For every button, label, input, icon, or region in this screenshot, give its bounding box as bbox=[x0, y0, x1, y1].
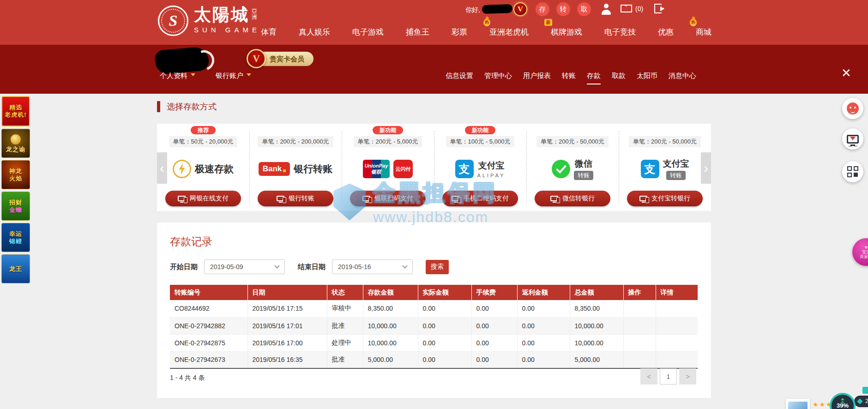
method-pay-button[interactable]: 微信转银行 bbox=[535, 191, 610, 206]
search-button[interactable]: 搜索 bbox=[426, 260, 449, 274]
close-icon[interactable]: ✕ bbox=[841, 67, 851, 79]
table-row: CO82446922019/05/16 17:15审核中8,350.000.00… bbox=[170, 300, 698, 317]
method-limit: 单笔：200元 - 50,000元 bbox=[629, 136, 701, 147]
sidebar-game-banner[interactable]: 幸运锦鲤 bbox=[1, 223, 30, 252]
table-cell: ONE-0-27942882 bbox=[170, 317, 247, 334]
page-prev-button[interactable]: < bbox=[640, 368, 657, 385]
deposit-records-table: 转账编号日期状态存款金额实际金额手续费返利金额总金额操作详情 CO8244692… bbox=[170, 285, 698, 369]
deposit-method-card[interactable]: 新功能 单笔：100元 - 5,000元 支支付宝ALIPAY 手机二维码支付 bbox=[434, 124, 526, 211]
quick-action-button[interactable]: 取 bbox=[577, 2, 591, 16]
method-pay-button[interactable]: 网银在线支付 bbox=[165, 191, 241, 206]
method-pay-label: 网银在线支付 bbox=[190, 194, 229, 203]
lightning-icon bbox=[173, 160, 191, 178]
vip-badge-icon[interactable]: V bbox=[513, 2, 527, 16]
qr-code-button[interactable] bbox=[842, 161, 863, 182]
start-date-select[interactable]: 2019-05-09 bbox=[204, 259, 285, 274]
sidebar-game-banner[interactable]: 招财金蟾 bbox=[1, 192, 30, 221]
deposit-method-card[interactable]: 新功能 单笔：200元 - 5,000元 UnionPay银联云闪付 银联扫码支… bbox=[342, 124, 434, 211]
carousel-prev-arrow[interactable]: ‹ bbox=[157, 152, 167, 184]
records-title: 存款记录 bbox=[170, 235, 212, 249]
logo-emblem-letter: S bbox=[169, 12, 178, 30]
method-logo: 支支付宝转账 bbox=[641, 147, 689, 191]
logout-icon[interactable] bbox=[654, 4, 662, 13]
carousel-next-arrow[interactable]: › bbox=[701, 152, 711, 184]
dragon-coin-logo-icon: S bbox=[158, 6, 188, 36]
table-cell bbox=[656, 351, 698, 368]
main-nav: 体育 真人娱乐 电子游戏 捕鱼王 彩票 热 亚洲老虎机 新 棋牌游戏 bbox=[261, 24, 734, 40]
table-cell: 2019/05/16 17:15 bbox=[247, 300, 327, 317]
quick-action-button[interactable]: 存 bbox=[536, 2, 549, 16]
site-logo[interactable]: S 太陽城 亞 洲 SUN GAME bbox=[158, 6, 260, 36]
table-cell: 8,350.00 bbox=[570, 300, 623, 317]
sidebar-game-banner[interactable]: 龙王 bbox=[1, 254, 30, 283]
account-link[interactable]: 取款 bbox=[612, 72, 626, 84]
table-cell: 0.00 bbox=[471, 300, 517, 317]
account-link[interactable]: 转账 bbox=[562, 72, 576, 84]
sidebar-game-banner[interactable]: 龙之谕 bbox=[1, 129, 30, 158]
nav-item[interactable]: 电子竞技 bbox=[604, 24, 636, 40]
method-pay-label: 手机二维码支付 bbox=[464, 194, 509, 203]
account-menu[interactable]: 个人资料 bbox=[160, 72, 195, 80]
transfer-tag: 转账 bbox=[666, 171, 686, 180]
profile-icon[interactable] bbox=[601, 4, 611, 15]
page-next-button[interactable]: > bbox=[679, 368, 696, 385]
banner-title: 招财金蟾 bbox=[9, 199, 22, 214]
account-link[interactable]: 存款 bbox=[587, 72, 601, 84]
nav-item[interactable]: 热 亚洲老虎机 bbox=[489, 24, 529, 40]
table-cell: 0.00 bbox=[418, 300, 471, 317]
redacted-username bbox=[482, 4, 513, 14]
account-link[interactable]: 管理中心 bbox=[484, 72, 512, 84]
messages-button[interactable]: (0) bbox=[621, 5, 643, 12]
nav-item[interactable]: 电子游戏 bbox=[352, 24, 384, 40]
nav-item[interactable]: 真人娱乐 bbox=[299, 24, 330, 40]
method-pay-button[interactable]: 银联扫码支付 bbox=[350, 191, 426, 206]
method-badge: 新功能 bbox=[373, 126, 403, 134]
table-cell: 0.00 bbox=[517, 351, 570, 368]
nav-item[interactable]: 彩票 bbox=[452, 24, 467, 40]
nav-item-label: 捕鱼王 bbox=[406, 28, 429, 36]
desktop-preview-thumbnail[interactable] bbox=[786, 399, 810, 409]
table-cell: 5,000.00 bbox=[570, 351, 623, 368]
sidebar-game-banner[interactable]: 神龙火焰 bbox=[1, 160, 30, 189]
account-link[interactable]: 太阳币 bbox=[637, 72, 657, 84]
nav-item[interactable]: 体育 bbox=[261, 24, 277, 40]
method-pay-label: 银行转账 bbox=[289, 194, 314, 203]
vip-card-badge[interactable]: V 贵宾卡会员 bbox=[252, 52, 313, 66]
deposit-method-card[interactable]: 推荐 单笔：50元 - 20,000元 极速存款 网银在线支付 bbox=[157, 124, 249, 211]
heart-icon: ♥ bbox=[864, 245, 868, 250]
account-link[interactable]: 用户报表 bbox=[523, 72, 551, 84]
table-header-row: 转账编号日期状态存款金额实际金额手续费返利金额总金额操作详情 bbox=[170, 285, 698, 300]
method-pay-button[interactable]: 手机二维码支付 bbox=[442, 191, 518, 206]
table-cell: CO8244692 bbox=[170, 300, 247, 317]
deposit-method-card[interactable]: 单笔：200元 - 50,000元 支支付宝转账 支付宝转银行 bbox=[619, 124, 711, 211]
nav-item[interactable]: 优惠 bbox=[658, 24, 674, 40]
method-badge: 新功能 bbox=[465, 126, 495, 134]
account-link[interactable]: 消息中心 bbox=[669, 72, 696, 84]
nav-item[interactable]: 捕鱼王 bbox=[406, 24, 429, 40]
nav-item[interactable]: 热 商城 bbox=[696, 24, 711, 40]
end-date-select[interactable]: 2019-05-16 bbox=[332, 259, 413, 274]
table-header-cell: 状态 bbox=[327, 285, 363, 300]
wechat-logo-icon bbox=[552, 160, 570, 178]
page-current-button[interactable]: 1 bbox=[660, 368, 677, 385]
network-usage-widget[interactable]: 39% bbox=[830, 393, 856, 409]
app-download-button[interactable] bbox=[842, 128, 863, 150]
table-cell: 0.00 bbox=[471, 334, 517, 351]
account-link[interactable]: 信息设置 bbox=[446, 72, 473, 84]
account-menu[interactable]: 银行账户 bbox=[216, 72, 251, 80]
top-header: S 太陽城 亞 洲 SUN GAME 你好, V 存转取 (0) 体育 bbox=[0, 0, 868, 45]
method-badge: 推荐 bbox=[191, 126, 216, 134]
deposit-method-card[interactable]: 单笔：200元 - 200,000元 Bank银行转账 银行转账 bbox=[249, 124, 342, 211]
quick-action-button[interactable]: 转 bbox=[556, 2, 570, 16]
sidebar-game-banner[interactable]: 精选老虎机! bbox=[1, 96, 30, 126]
method-limit: 单笔：200元 - 200,000元 bbox=[258, 136, 333, 147]
customer-service-button[interactable] bbox=[842, 98, 863, 119]
method-logo: 极速存款 bbox=[173, 147, 234, 191]
greeting-text: 你好, bbox=[465, 6, 480, 14]
deposit-method-card[interactable]: 单笔：200元 - 50,000元 微信转账 微信转银行 bbox=[526, 124, 619, 211]
nav-item[interactable]: 新 棋牌游戏 bbox=[551, 24, 582, 40]
method-pay-button[interactable]: 支付宝转银行 bbox=[627, 191, 703, 206]
baccarat-promo-button[interactable]: ♥ 宝贝百家乐 bbox=[852, 238, 868, 266]
table-cell bbox=[656, 300, 698, 317]
method-pay-button[interactable]: 银行转账 bbox=[258, 191, 333, 206]
